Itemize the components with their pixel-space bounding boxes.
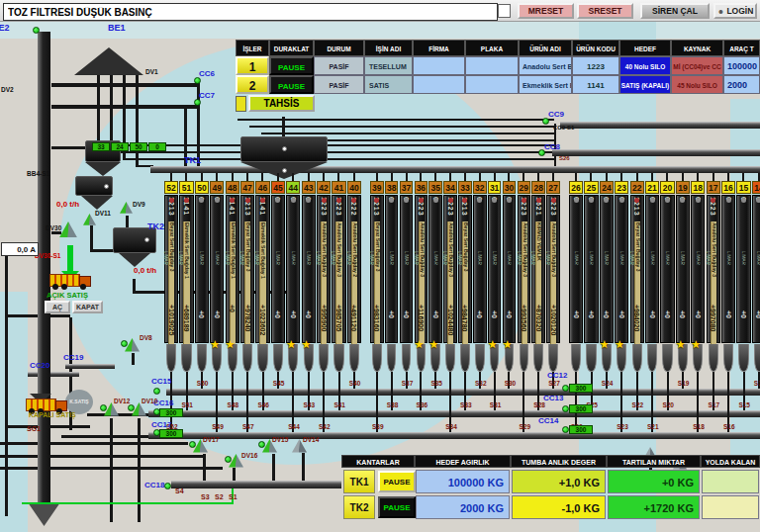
- silo-number-40[interactable]: 40: [347, 181, 361, 194]
- open-sale-button[interactable]: AÇ: [45, 301, 70, 313]
- gate-label-S18[interactable]: S18: [693, 423, 705, 430]
- gate-label-S34[interactable]: S34: [445, 423, 457, 430]
- gate-label-S39[interactable]: S39: [372, 423, 384, 430]
- gate-label-S22[interactable]: S22: [632, 401, 644, 408]
- jobs-cell-pause-2[interactable]: PAUSE: [269, 75, 314, 94]
- pipe-segment: [132, 353, 135, 365]
- gate-label-S42[interactable]: S42: [319, 423, 331, 430]
- silo-number-50[interactable]: 50: [195, 181, 209, 194]
- kantar-pause-TK2[interactable]: PAUSE: [378, 496, 416, 518]
- gate-label-S46[interactable]: S46: [257, 401, 269, 408]
- silo-number-15[interactable]: 15: [736, 181, 750, 194]
- gate-label-S41[interactable]: S41: [333, 401, 345, 408]
- silo-number-31[interactable]: 31: [488, 181, 502, 194]
- gate-label-S29[interactable]: S29: [520, 423, 531, 430]
- gate-label-S14[interactable]: S14: [754, 380, 760, 387]
- silo-number-20[interactable]: 20: [660, 181, 674, 194]
- silo-number-29[interactable]: 29: [518, 181, 531, 194]
- diagram-label-CC13: CC13: [543, 394, 563, 402]
- silo-number-32[interactable]: 32: [473, 181, 487, 194]
- silo-number-48[interactable]: 48: [226, 181, 239, 194]
- gate-label-S40[interactable]: S40: [349, 380, 361, 387]
- silo-number-46[interactable]: 46: [255, 181, 269, 194]
- gate-label-S17[interactable]: S17: [709, 401, 720, 408]
- silo-number-22[interactable]: 22: [630, 181, 644, 194]
- gate-label-S31[interactable]: S31: [490, 401, 502, 408]
- gate-label-S50[interactable]: S50: [197, 380, 209, 387]
- gate-label-S37[interactable]: S37: [402, 380, 414, 387]
- gate-label-S27[interactable]: S27: [548, 380, 560, 387]
- siren-button[interactable]: SİREN ÇAL: [640, 3, 710, 19]
- silo-number-34[interactable]: 34: [443, 181, 457, 194]
- gate-label-S23[interactable]: S23: [617, 423, 628, 430]
- gate-label-S15[interactable]: S15: [738, 401, 750, 408]
- silo-number-42[interactable]: 42: [317, 181, 331, 194]
- silo-number-43[interactable]: 43: [302, 181, 316, 194]
- gate-label-S38[interactable]: S38: [387, 401, 399, 408]
- gate-label-S49[interactable]: S49: [212, 423, 224, 430]
- silo-number-47[interactable]: 47: [240, 181, 254, 194]
- silo-feed-tick: [479, 173, 481, 181]
- silo-number-51[interactable]: 51: [179, 181, 193, 194]
- silo-number-23[interactable]: 23: [615, 181, 628, 194]
- silo-number-45[interactable]: 45: [271, 181, 285, 194]
- silo-number-21[interactable]: 21: [645, 181, 659, 194]
- silo-outlet-funnel: [647, 344, 657, 372]
- silo-number-44[interactable]: 44: [286, 181, 300, 194]
- silo-number-28[interactable]: 28: [531, 181, 545, 194]
- silo-number-35[interactable]: 35: [428, 181, 442, 194]
- login-button[interactable]: ☻ LOGİN: [713, 3, 757, 19]
- star-icon: ★: [428, 339, 438, 350]
- silo-number-37[interactable]: 37: [400, 181, 414, 194]
- silo-number-17[interactable]: 17: [707, 181, 720, 194]
- gate-label-S36[interactable]: S36: [417, 401, 428, 408]
- silo-number-33[interactable]: 33: [458, 181, 472, 194]
- silo-number-39[interactable]: 39: [370, 181, 384, 194]
- gate-label-S47[interactable]: S47: [242, 423, 254, 430]
- silo-number-41[interactable]: 41: [332, 181, 345, 194]
- silo-number-49[interactable]: 49: [210, 181, 224, 194]
- silo-number-14[interactable]: 14: [752, 181, 760, 194]
- silo-bar-21: 0LİMAR+0: [645, 195, 659, 343]
- gate-label-S32[interactable]: S32: [475, 380, 487, 387]
- silo-number-38[interactable]: 38: [385, 181, 399, 194]
- silo-number-25[interactable]: 25: [584, 181, 598, 194]
- silo-owner: LİMAR: [275, 251, 280, 291]
- gate-label-S51[interactable]: S51: [181, 401, 193, 408]
- silo-number-16[interactable]: 16: [721, 181, 735, 194]
- gate-label-S16[interactable]: S16: [723, 423, 735, 430]
- gate-label-S44[interactable]: S44: [288, 423, 300, 430]
- close-sale-button[interactable]: KAPAT: [72, 301, 103, 313]
- silo-number-24[interactable]: 24: [600, 181, 614, 194]
- gate-label-S28[interactable]: S28: [533, 401, 545, 408]
- silo-number-36[interactable]: 36: [415, 181, 428, 194]
- tahsis-button[interactable]: TAHSİS: [248, 95, 315, 112]
- gate-label-S21[interactable]: S21: [647, 423, 659, 430]
- silo-number-52[interactable]: 52: [164, 181, 178, 194]
- jobs-cell-no-1[interactable]: 1: [236, 56, 269, 75]
- gate-label-S45[interactable]: S45: [273, 380, 285, 387]
- closed-sale-title: KAPALI SATIŞ: [29, 411, 76, 418]
- mreset-button[interactable]: MRESET: [518, 3, 574, 19]
- silo-number-19[interactable]: 19: [676, 181, 690, 194]
- silo-number-30[interactable]: 30: [503, 181, 517, 194]
- alarm-banner-input[interactable]: [3, 3, 498, 21]
- silo-number-27[interactable]: 27: [546, 181, 560, 194]
- silo-number-26[interactable]: 26: [569, 181, 583, 194]
- gate-label-S33[interactable]: S33: [460, 401, 472, 408]
- silo-feed-tick: [292, 173, 294, 181]
- jobs-cell-pause-1[interactable]: PAUSE: [269, 56, 314, 75]
- silo-feed-tick: [712, 173, 714, 181]
- kantar-pause-TK1[interactable]: PAUSE: [378, 471, 416, 492]
- gate-label-S48[interactable]: S48: [228, 401, 239, 408]
- sreset-button[interactable]: SRESET: [577, 3, 633, 19]
- gate-label-S20[interactable]: S20: [662, 401, 674, 408]
- silo-number-18[interactable]: 18: [691, 181, 705, 194]
- gate-label-S30[interactable]: S30: [505, 380, 517, 387]
- gate-label-S35[interactable]: S35: [430, 380, 442, 387]
- jobs-cell-no-2[interactable]: 2: [236, 75, 269, 94]
- diagram-label-BE1: BE1: [108, 23, 126, 33]
- gate-label-S24[interactable]: S24: [602, 380, 614, 387]
- gate-label-S43[interactable]: S43: [304, 401, 316, 408]
- gate-label-S19[interactable]: S19: [678, 380, 690, 387]
